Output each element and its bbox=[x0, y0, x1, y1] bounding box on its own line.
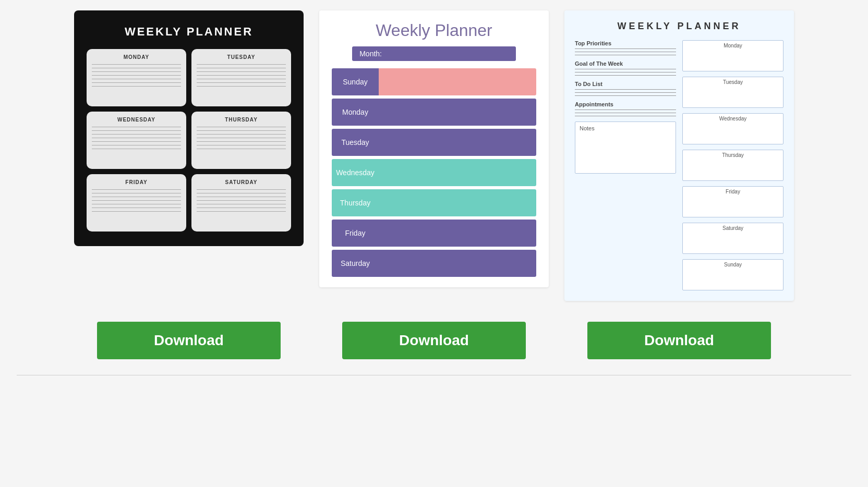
planner1-day-saturday: SATURDAY bbox=[191, 174, 291, 232]
planner1-day-monday: MONDAY bbox=[87, 49, 186, 106]
planner2-title: Weekly Planner bbox=[332, 21, 536, 40]
line bbox=[197, 138, 286, 138]
planner1-lines-wednesday bbox=[92, 127, 181, 149]
planner-card-1: WEEKLY PLANNER MONDAY bbox=[74, 10, 304, 246]
planner1-day-friday: FRIDAY bbox=[87, 174, 186, 232]
line bbox=[92, 75, 181, 76]
planner3-day-label-wednesday: Wednesday bbox=[687, 116, 779, 121]
line bbox=[197, 141, 286, 142]
download-wrapper-3: Download bbox=[564, 322, 794, 359]
planner3-lines-todo bbox=[575, 89, 676, 96]
planner2-row-sunday: Sunday bbox=[332, 68, 536, 95]
line bbox=[197, 200, 286, 201]
planner3-right: Monday Tuesday Wednesday Thursday Friday bbox=[682, 40, 783, 290]
download-wrapper-2: Download bbox=[319, 322, 549, 359]
line bbox=[92, 138, 181, 138]
line bbox=[92, 149, 181, 149]
planner1-day-wednesday: WEDNESDAY bbox=[87, 112, 186, 169]
line bbox=[197, 75, 286, 76]
planner2-content-thursday bbox=[379, 189, 536, 216]
line bbox=[197, 149, 286, 149]
line bbox=[575, 116, 676, 116]
planner1-label-saturday: SATURDAY bbox=[197, 179, 286, 185]
planner3-label-priorities: Top Priorities bbox=[575, 40, 676, 46]
line bbox=[197, 145, 286, 145]
line bbox=[92, 71, 181, 72]
planner-card-2: Weekly Planner Month: Sunday Monday Tues… bbox=[319, 10, 549, 287]
planner3-section-todo: To Do List bbox=[575, 81, 676, 96]
planner3-day-label-sunday: Sunday bbox=[687, 262, 779, 267]
line bbox=[575, 48, 676, 49]
planner2-row-wednesday: Wednesday bbox=[332, 159, 536, 186]
planner1-label-wednesday: WEDNESDAY bbox=[92, 117, 181, 123]
planner-card-3: WEEKLY PLANNER Top Priorities Goal bbox=[564, 10, 794, 301]
planner3-day-label-friday: Friday bbox=[687, 189, 779, 194]
line bbox=[92, 79, 181, 79]
planner1-day-thursday: THURSDAY bbox=[191, 112, 291, 169]
line bbox=[197, 82, 286, 83]
planner2: Weekly Planner Month: Sunday Monday Tues… bbox=[319, 10, 549, 287]
planners-row: WEEKLY PLANNER MONDAY bbox=[17, 10, 851, 301]
planner2-row-friday: Friday bbox=[332, 220, 536, 247]
planner3-label-appointments: Appointments bbox=[575, 101, 676, 107]
planner1-label-monday: MONDAY bbox=[92, 54, 181, 60]
line bbox=[92, 127, 181, 127]
line bbox=[197, 193, 286, 193]
download-button-2[interactable]: Download bbox=[342, 322, 526, 359]
line bbox=[197, 71, 286, 72]
line bbox=[92, 86, 181, 87]
planner1-lines-tuesday bbox=[197, 64, 286, 87]
line bbox=[575, 52, 676, 52]
line bbox=[197, 189, 286, 190]
planner2-label-wednesday: Wednesday bbox=[332, 159, 379, 186]
line bbox=[197, 204, 286, 204]
line bbox=[92, 68, 181, 68]
line bbox=[92, 130, 181, 131]
planner1-label-friday: FRIDAY bbox=[92, 179, 181, 185]
planner2-row-thursday: Thursday bbox=[332, 189, 536, 216]
planner2-content-sunday bbox=[379, 68, 536, 95]
line bbox=[575, 55, 676, 55]
planner1-title: WEEKLY PLANNER bbox=[87, 25, 291, 39]
planner3: WEEKLY PLANNER Top Priorities Goal bbox=[564, 10, 794, 301]
planner1-label-tuesday: TUESDAY bbox=[197, 54, 286, 60]
line bbox=[197, 211, 286, 212]
download-button-1[interactable]: Download bbox=[97, 322, 281, 359]
line bbox=[575, 95, 676, 96]
line bbox=[197, 134, 286, 135]
buttons-row: Download Download Download bbox=[17, 322, 851, 359]
planner3-label-goal: Goal of The Week bbox=[575, 60, 676, 67]
planner3-lines-priorities bbox=[575, 48, 676, 55]
line bbox=[575, 92, 676, 93]
line bbox=[197, 86, 286, 87]
planner1-lines-saturday bbox=[197, 189, 286, 212]
planner2-content-saturday bbox=[379, 250, 536, 277]
planner2-row-monday: Monday bbox=[332, 99, 536, 126]
planner3-day-label-tuesday: Tuesday bbox=[687, 79, 779, 85]
planner3-section-priorities: Top Priorities bbox=[575, 40, 676, 55]
planner2-content-wednesday bbox=[379, 159, 536, 186]
line bbox=[92, 211, 181, 212]
line bbox=[197, 127, 286, 127]
planner3-day-label-thursday: Thursday bbox=[687, 152, 779, 158]
planner2-label-sunday: Sunday bbox=[332, 68, 379, 95]
line bbox=[197, 197, 286, 197]
planner2-content-friday bbox=[379, 220, 536, 247]
planner1-lines-thursday bbox=[197, 127, 286, 149]
line bbox=[575, 89, 676, 90]
line bbox=[197, 64, 286, 65]
planner3-day-label-saturday: Saturday bbox=[687, 225, 779, 231]
line bbox=[92, 204, 181, 204]
line bbox=[92, 193, 181, 193]
planner3-section-appointments: Appointments bbox=[575, 101, 676, 116]
planner3-day-friday: Friday bbox=[682, 186, 783, 217]
planner2-label-saturday: Saturday bbox=[332, 250, 379, 277]
planner3-day-thursday: Thursday bbox=[682, 150, 783, 181]
planner1-label-thursday: THURSDAY bbox=[197, 117, 286, 123]
planner2-label-thursday: Thursday bbox=[332, 189, 379, 216]
planner3-title: WEEKLY PLANNER bbox=[575, 21, 783, 32]
line bbox=[92, 82, 181, 83]
download-button-3[interactable]: Download bbox=[587, 322, 771, 359]
planner2-label-monday: Monday bbox=[332, 99, 379, 126]
download-wrapper-1: Download bbox=[74, 322, 304, 359]
